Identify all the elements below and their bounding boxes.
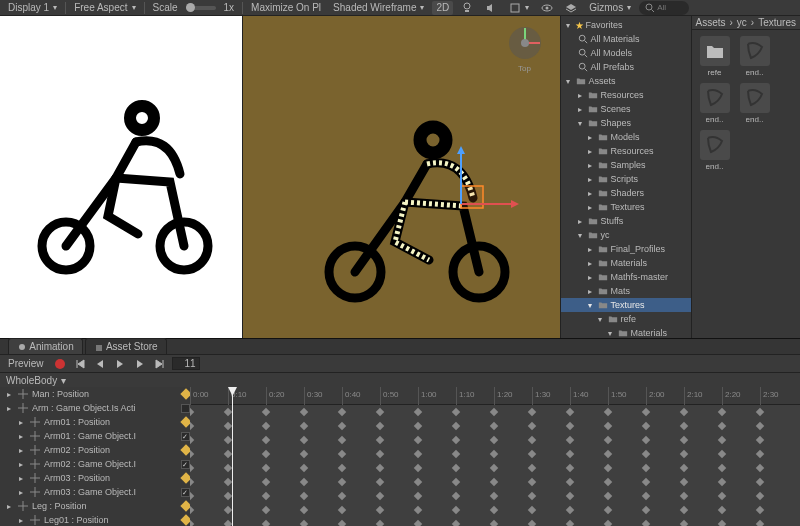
keyframe[interactable] bbox=[604, 422, 612, 430]
keyframe[interactable] bbox=[224, 492, 232, 500]
dope-row[interactable] bbox=[190, 503, 800, 517]
keyframe[interactable] bbox=[224, 408, 232, 416]
dope-row[interactable] bbox=[190, 433, 800, 447]
keyframe[interactable] bbox=[262, 422, 270, 430]
maximize-on-play[interactable]: Maximize On Pl bbox=[247, 1, 325, 15]
folder-item[interactable]: ▸Materials bbox=[561, 256, 691, 270]
keyframe[interactable] bbox=[756, 464, 764, 472]
asset-item[interactable]: end.. bbox=[738, 36, 772, 77]
keyframe[interactable] bbox=[338, 520, 346, 526]
mode-2d-toggle[interactable]: 2D bbox=[432, 1, 453, 15]
keyframe[interactable] bbox=[642, 436, 650, 444]
keyframe[interactable] bbox=[300, 408, 308, 416]
scene-camera-dropdown[interactable] bbox=[561, 1, 581, 15]
keyframe[interactable] bbox=[566, 422, 574, 430]
scene-effects-dropdown[interactable] bbox=[505, 1, 533, 15]
keyframe[interactable] bbox=[224, 464, 232, 472]
asset-item[interactable]: end.. bbox=[698, 130, 732, 171]
keyframe[interactable] bbox=[680, 520, 688, 526]
folder-item[interactable]: ▸Models bbox=[561, 130, 691, 144]
keyframe[interactable] bbox=[756, 478, 764, 486]
folder-item[interactable]: ▾Shapes bbox=[561, 116, 691, 130]
keyframe[interactable] bbox=[566, 520, 574, 526]
keyframe[interactable] bbox=[190, 408, 194, 416]
folder-item[interactable]: ▸Shaders bbox=[561, 186, 691, 200]
keyframe[interactable] bbox=[718, 436, 726, 444]
favorites-header[interactable]: ▾★Favorites bbox=[561, 18, 691, 32]
assets-root[interactable]: ▾Assets bbox=[561, 74, 691, 88]
keyframe[interactable] bbox=[452, 492, 460, 500]
keyframe[interactable] bbox=[604, 408, 612, 416]
folder-item[interactable]: ▸Scripts bbox=[561, 172, 691, 186]
keyframe[interactable] bbox=[604, 464, 612, 472]
keyframe[interactable] bbox=[718, 520, 726, 526]
keyframe[interactable] bbox=[262, 436, 270, 444]
keyframe[interactable] bbox=[262, 506, 270, 514]
folder-item[interactable]: ▾Materials bbox=[561, 326, 691, 338]
keyframe[interactable] bbox=[756, 422, 764, 430]
project-hierarchy[interactable]: ▾★FavoritesAll MaterialsAll ModelsAll Pr… bbox=[561, 16, 691, 338]
folder-item[interactable]: ▸Mathfs-master bbox=[561, 270, 691, 284]
folder-item[interactable]: ▾Textures bbox=[561, 298, 691, 312]
keyframe[interactable] bbox=[566, 506, 574, 514]
keyframe[interactable] bbox=[490, 422, 498, 430]
keyframe[interactable] bbox=[680, 464, 688, 472]
keyframe[interactable] bbox=[300, 436, 308, 444]
time-ruler[interactable]: 0:000:100:200:300:400:501:001:101:201:30… bbox=[190, 387, 800, 405]
keyframe[interactable] bbox=[224, 478, 232, 486]
asset-item[interactable]: end.. bbox=[738, 83, 772, 124]
keyframe[interactable] bbox=[756, 506, 764, 514]
keyframe[interactable] bbox=[490, 464, 498, 472]
keyframe[interactable] bbox=[262, 464, 270, 472]
anim-property-row[interactable]: ▸Arm01 : Game Object.I bbox=[0, 429, 190, 443]
keyframe[interactable] bbox=[376, 478, 384, 486]
keyframe[interactable] bbox=[642, 464, 650, 472]
keyframe[interactable] bbox=[528, 450, 536, 458]
prev-key-button[interactable] bbox=[92, 357, 108, 371]
folder-item[interactable]: ▸Textures bbox=[561, 200, 691, 214]
keyframe[interactable] bbox=[566, 478, 574, 486]
keyframe[interactable] bbox=[376, 450, 384, 458]
keyframe[interactable] bbox=[642, 478, 650, 486]
keyframe[interactable] bbox=[376, 408, 384, 416]
last-key-button[interactable] bbox=[152, 357, 168, 371]
dope-row[interactable] bbox=[190, 405, 800, 419]
scale-slider[interactable] bbox=[186, 6, 216, 10]
keyframe[interactable] bbox=[642, 408, 650, 416]
keyframe[interactable] bbox=[300, 520, 308, 526]
keyframe[interactable] bbox=[718, 464, 726, 472]
anim-property-row[interactable]: ▸Arm01 : Position bbox=[0, 415, 190, 429]
scene-visibility-toggle[interactable] bbox=[537, 1, 557, 15]
keyframe[interactable] bbox=[338, 464, 346, 472]
keyframe[interactable] bbox=[190, 478, 194, 486]
anim-property-row[interactable]: ▸Leg : Position bbox=[0, 499, 190, 513]
folder-item[interactable]: ▸Samples bbox=[561, 158, 691, 172]
keyframe[interactable] bbox=[452, 506, 460, 514]
keyframe[interactable] bbox=[718, 422, 726, 430]
asset-item[interactable]: refe bbox=[698, 36, 732, 77]
keyframe[interactable] bbox=[604, 436, 612, 444]
keyframe[interactable] bbox=[490, 450, 498, 458]
keyframe[interactable] bbox=[680, 422, 688, 430]
keyframe[interactable] bbox=[528, 436, 536, 444]
anim-property-row[interactable]: ▸Leg01 : Position bbox=[0, 513, 190, 526]
keyframe[interactable] bbox=[718, 450, 726, 458]
scene-audio-toggle[interactable] bbox=[481, 1, 501, 15]
keyframe[interactable] bbox=[262, 450, 270, 458]
keyframe[interactable] bbox=[338, 422, 346, 430]
frame-field[interactable]: 11 bbox=[172, 357, 200, 370]
keyframe[interactable] bbox=[680, 478, 688, 486]
favorite-search[interactable]: All Materials bbox=[561, 32, 691, 46]
keyframe[interactable] bbox=[566, 492, 574, 500]
first-key-button[interactable] bbox=[72, 357, 88, 371]
keyframe[interactable] bbox=[452, 520, 460, 526]
playhead[interactable] bbox=[232, 387, 233, 526]
keyframe[interactable] bbox=[224, 436, 232, 444]
aspect-dropdown[interactable]: Free Aspect bbox=[70, 1, 139, 15]
scene-view[interactable]: Top bbox=[242, 16, 559, 338]
keyframe[interactable] bbox=[190, 506, 194, 514]
keyframe[interactable] bbox=[190, 492, 194, 500]
anim-property-row[interactable]: ▸Arm02 : Game Object.I bbox=[0, 457, 190, 471]
keyframe[interactable] bbox=[414, 436, 422, 444]
keyframe[interactable] bbox=[376, 492, 384, 500]
